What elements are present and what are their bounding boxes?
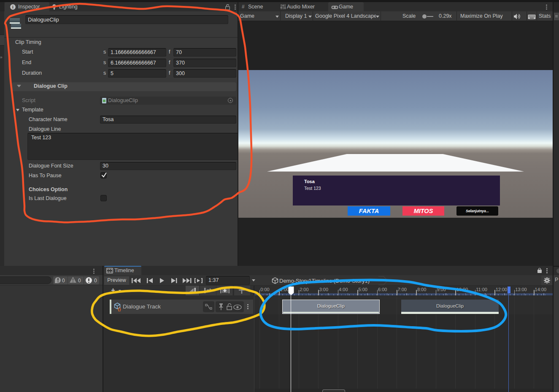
svg-text:{}: {} [118, 307, 121, 311]
